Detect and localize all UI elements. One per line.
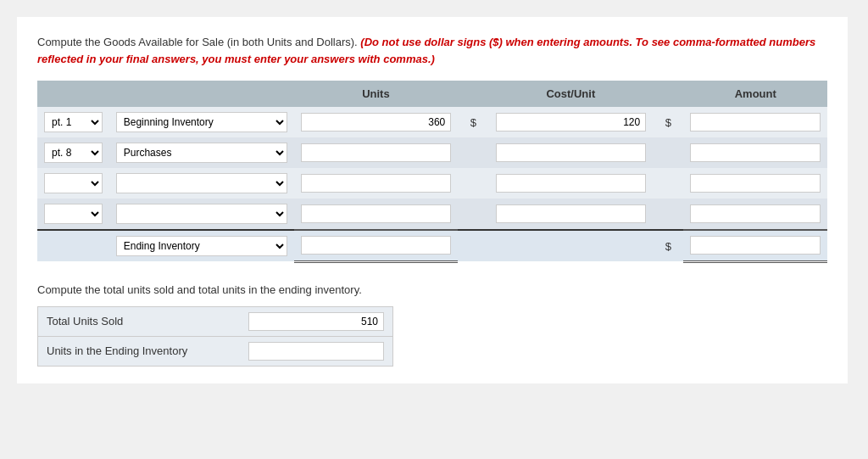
row3-cost-input[interactable]	[496, 174, 647, 193]
row4-cost-input[interactable]	[496, 204, 647, 223]
instructions-main: Compute the Goods Available for Sale (in…	[37, 36, 358, 48]
units-ending-inventory-label: Units in the Ending Inventory	[47, 344, 248, 357]
row3-dollar1	[458, 168, 488, 199]
row2-dollar1	[458, 137, 488, 168]
row2-amount-input[interactable]	[690, 143, 821, 162]
row2-pt-select[interactable]: pt. 1 pt. 2 pt. 3 pt. 4 pt. 5 pt. 6 pt. …	[44, 143, 103, 163]
row3-type-select[interactable]: Beginning Inventory Purchases Ending Inv…	[116, 173, 287, 193]
total-units-sold-input-container	[248, 312, 384, 331]
row3-type-cell: Beginning Inventory Purchases Ending Inv…	[109, 168, 294, 199]
units-ending-inventory-input-container	[248, 342, 384, 361]
row1-type-cell: Beginning Inventory Purchases Ending Inv…	[109, 107, 294, 137]
table-header-row: Units Cost/Unit Amount	[37, 81, 827, 107]
header-dollar2	[653, 81, 683, 107]
header-amount: Amount	[683, 81, 827, 107]
row3-amount-cell	[683, 168, 827, 199]
row4-amount-cell	[683, 199, 827, 230]
row3-dollar2	[653, 168, 683, 199]
totals-type-cell: Beginning Inventory Purchases Ending Inv…	[109, 230, 294, 261]
row1-type-select[interactable]: Beginning Inventory Purchases Ending Inv…	[116, 112, 287, 132]
total-units-sold-label: Total Units Sold	[47, 315, 248, 327]
row2-cost-cell	[489, 137, 654, 168]
units-ending-inventory-input[interactable]	[248, 342, 384, 361]
row1-cost-input[interactable]	[496, 113, 647, 132]
row1-pt-cell: pt. 1 pt. 2 pt. 3 pt. 4 pt. 5 pt. 6 pt. …	[37, 107, 109, 137]
totals-pt-cell	[37, 230, 109, 261]
totals-dollar1	[458, 230, 488, 261]
table-row: pt. 1 pt. 2 pt. 3 pt. 4 pt. 5 pt. 6 pt. …	[37, 137, 827, 168]
row1-amount-input[interactable]	[690, 113, 821, 132]
row3-pt-select[interactable]: pt. 1 pt. 2 pt. 3 pt. 4 pt. 5 pt. 6 pt. …	[44, 173, 103, 193]
units-ending-inventory-row: Units in the Ending Inventory	[38, 337, 392, 366]
totals-amount-input[interactable]	[690, 236, 821, 255]
row3-pt-cell: pt. 1 pt. 2 pt. 3 pt. 4 pt. 5 pt. 6 pt. …	[37, 168, 109, 199]
inventory-table: Units Cost/Unit Amount pt. 1 pt. 2 pt. 3…	[37, 81, 827, 263]
row2-units-input[interactable]	[301, 143, 452, 162]
row1-dollar1: $	[458, 107, 488, 137]
totals-amount-cell	[683, 230, 827, 261]
totals-units-cell	[294, 230, 459, 261]
totals-dollar2: $	[653, 230, 683, 261]
total-units-sold-row: Total Units Sold	[38, 307, 392, 337]
header-units: Units	[294, 81, 459, 107]
row1-amount-cell	[683, 107, 827, 137]
row2-type-cell: Beginning Inventory Purchases Ending Inv…	[109, 137, 294, 168]
header-type	[109, 81, 294, 107]
row2-pt-cell: pt. 1 pt. 2 pt. 3 pt. 4 pt. 5 pt. 6 pt. …	[37, 137, 109, 168]
row2-dollar2	[653, 137, 683, 168]
row3-units-cell	[294, 168, 459, 199]
instructions-text: Compute the Goods Available for Sale (in…	[37, 34, 827, 67]
compute-section: Compute the total units sold and total u…	[37, 283, 827, 367]
row4-cost-cell	[489, 199, 654, 230]
row4-type-select[interactable]: Beginning Inventory Purchases Ending Inv…	[116, 204, 287, 224]
total-units-sold-input[interactable]	[248, 312, 384, 331]
table-row: pt. 1 pt. 2 pt. 3 pt. 4 pt. 5 pt. 6 pt. …	[37, 199, 827, 230]
row4-pt-select[interactable]: pt. 1 pt. 2 pt. 3 pt. 4 pt. 5 pt. 6 pt. …	[44, 204, 103, 224]
ending-inventory-row: Beginning Inventory Purchases Ending Inv…	[37, 230, 827, 261]
row4-type-cell: Beginning Inventory Purchases Ending Inv…	[109, 199, 294, 230]
compute-title: Compute the total units sold and total u…	[37, 283, 827, 296]
table-row: pt. 1 pt. 2 pt. 3 pt. 4 pt. 5 pt. 6 pt. …	[37, 107, 827, 137]
row4-units-input[interactable]	[301, 204, 452, 223]
row4-dollar1	[458, 199, 488, 230]
ending-inventory-select[interactable]: Beginning Inventory Purchases Ending Inv…	[116, 236, 287, 256]
row1-cost-cell	[489, 107, 654, 137]
row3-amount-input[interactable]	[690, 174, 821, 193]
main-container: Compute the Goods Available for Sale (in…	[17, 17, 848, 383]
row2-cost-input[interactable]	[496, 143, 647, 162]
compute-table: Total Units Sold Units in the Ending Inv…	[37, 306, 393, 367]
header-pt	[37, 81, 109, 107]
row1-units-input[interactable]	[301, 113, 452, 132]
row3-cost-cell	[489, 168, 654, 199]
header-dollar1	[458, 81, 488, 107]
row1-pt-select[interactable]: pt. 1 pt. 2 pt. 3 pt. 4 pt. 5 pt. 6 pt. …	[44, 112, 103, 132]
row4-dollar2	[653, 199, 683, 230]
header-cost: Cost/Unit	[489, 81, 654, 107]
row1-units-cell	[294, 107, 459, 137]
row2-amount-cell	[683, 137, 827, 168]
row4-units-cell	[294, 199, 459, 230]
totals-units-input[interactable]	[301, 236, 452, 255]
row2-units-cell	[294, 137, 459, 168]
row4-amount-input[interactable]	[690, 204, 821, 223]
totals-cost-cell	[489, 230, 654, 261]
row2-type-select[interactable]: Beginning Inventory Purchases Ending Inv…	[116, 143, 287, 163]
table-row: pt. 1 pt. 2 pt. 3 pt. 4 pt. 5 pt. 6 pt. …	[37, 168, 827, 199]
row4-pt-cell: pt. 1 pt. 2 pt. 3 pt. 4 pt. 5 pt. 6 pt. …	[37, 199, 109, 230]
row3-units-input[interactable]	[301, 174, 452, 193]
row1-dollar2: $	[653, 107, 683, 137]
